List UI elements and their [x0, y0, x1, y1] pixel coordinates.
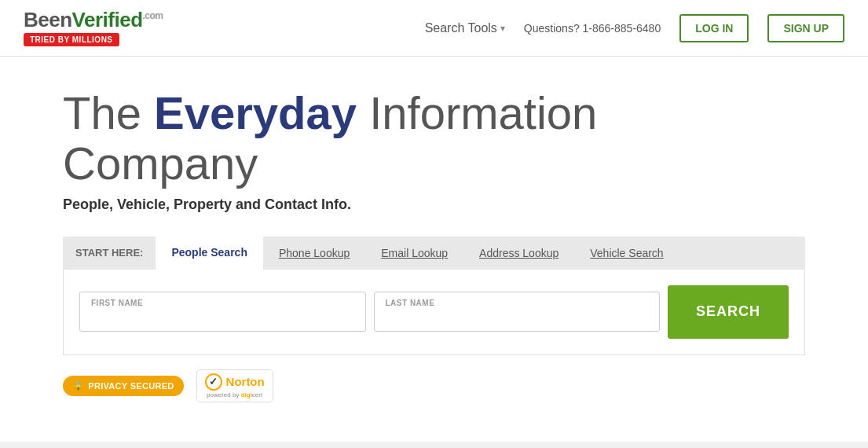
search-tabs: START HERE: People Search Phone Lookup E… [63, 237, 805, 270]
login-button[interactable]: LOG IN [679, 14, 749, 42]
privacy-badge: 🔒 PRIVACY SECURED [63, 376, 184, 396]
bottom-area [0, 442, 868, 448]
chevron-down-icon: ▾ [500, 23, 505, 34]
logo-been: Been [24, 8, 72, 31]
first-name-input[interactable] [91, 310, 354, 324]
tab-vehicle-search[interactable]: Vehicle Search [574, 237, 679, 269]
first-name-wrapper: FIRST NAME [79, 292, 366, 332]
norton-label: Norton [226, 375, 265, 388]
norton-sub: powered by digicert [207, 391, 262, 398]
header: BeenVerified.com TRIED BY MILLIONS Searc… [0, 0, 868, 57]
trust-badges: 🔒 PRIVACY SECURED ✓ Norton powered by di… [63, 369, 805, 402]
phone-number: Questions? 1-866-885-6480 [524, 22, 661, 35]
last-name-input[interactable] [386, 310, 649, 324]
search-input-group: FIRST NAME LAST NAME [79, 292, 660, 332]
privacy-text: PRIVACY SECURED [88, 381, 174, 391]
tab-phone-lookup[interactable]: Phone Lookup [263, 237, 365, 269]
first-name-label: FIRST NAME [91, 299, 354, 307]
search-tools-button[interactable]: Search Tools ▾ [425, 21, 505, 35]
main-content: The Everyday InformationCompany People, … [0, 57, 868, 442]
norton-top: ✓ Norton [205, 373, 265, 391]
hero-title: The Everyday InformationCompany [63, 88, 805, 189]
start-here-label: START HERE: [63, 237, 156, 268]
norton-badge: ✓ Norton powered by digicert [196, 369, 273, 402]
last-name-label: LAST NAME [386, 299, 649, 307]
search-tools-label: Search Tools [425, 21, 497, 35]
search-button[interactable]: SEARCH [668, 285, 789, 339]
norton-check-icon: ✓ [205, 373, 222, 391]
header-nav: Search Tools ▾ Questions? 1-866-885-6480… [425, 14, 844, 42]
hero-title-highlight: Everyday [154, 87, 357, 138]
lock-icon: 🔒 [72, 380, 84, 391]
signup-button[interactable]: SIGN UP [767, 14, 844, 42]
tab-email-lookup[interactable]: Email Lookup [365, 237, 463, 269]
tab-address-lookup[interactable]: Address Lookup [463, 237, 574, 269]
logo: BeenVerified.com [24, 9, 163, 30]
last-name-wrapper: LAST NAME [374, 292, 661, 332]
tried-badge: TRIED BY MILLIONS [24, 33, 119, 46]
logo-area: BeenVerified.com TRIED BY MILLIONS [24, 9, 163, 46]
tab-people-search[interactable]: People Search [156, 237, 263, 270]
hero-title-prefix: The [63, 87, 154, 138]
search-form-area: FIRST NAME LAST NAME SEARCH [63, 270, 805, 355]
logo-verified: Verified [72, 8, 143, 31]
logo-com: .com [143, 10, 163, 21]
hero-subtitle: People, Vehicle, Property and Contact In… [63, 196, 805, 213]
